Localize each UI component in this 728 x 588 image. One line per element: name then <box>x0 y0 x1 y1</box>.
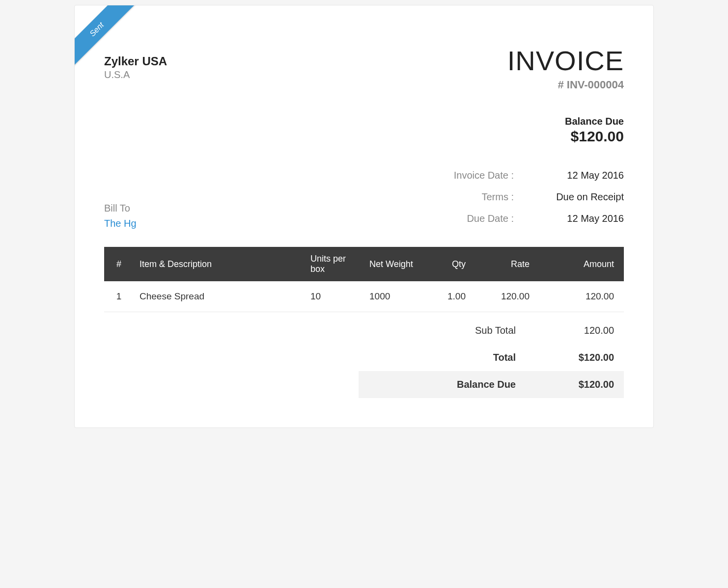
col-amount: Amount <box>535 247 624 281</box>
invoice-card: Sent Zylker USA U.S.A INVOICE # INV-0000… <box>74 5 654 428</box>
col-rate: Rate <box>472 247 535 281</box>
header-row: Zylker USA U.S.A INVOICE # INV-000004 Ba… <box>104 45 624 145</box>
table-row: 1 Cheese Spread 10 1000 1.00 120.00 120.… <box>104 281 624 312</box>
balance-label: Balance Due <box>368 379 545 390</box>
items-header-row: # Item & Description Units per box Net W… <box>104 247 624 281</box>
cell-item: Cheese Spread <box>134 281 305 312</box>
total-value: $120.00 <box>545 352 614 363</box>
balance-due-amount: $120.00 <box>507 128 624 145</box>
company-country: U.S.A <box>104 69 167 80</box>
balance-due-label: Balance Due <box>507 116 624 127</box>
col-qty: Qty <box>422 247 472 281</box>
subtotal-label: Sub Total <box>368 325 545 336</box>
company-name: Zylker USA <box>104 54 167 68</box>
invoice-number: # INV-000004 <box>507 79 624 91</box>
meta-value: 12 May 2016 <box>526 170 624 181</box>
balance-due-row: Balance Due $120.00 <box>359 371 624 398</box>
meta-value: 12 May 2016 <box>526 213 624 224</box>
meta-value: Due on Receipt <box>526 191 624 203</box>
totals-block: Sub Total 120.00 Total $120.00 Balance D… <box>359 317 624 398</box>
col-item: Item & Description <box>134 247 305 281</box>
mid-row: Bill To The Hg Invoice Date : 12 May 201… <box>104 164 624 229</box>
meta-row-invoice-date: Invoice Date : 12 May 2016 <box>427 164 624 186</box>
invoice-title: INVOICE <box>507 45 624 77</box>
cell-units: 10 <box>305 281 364 312</box>
cell-net: 1000 <box>364 281 422 312</box>
subtotal-row: Sub Total 120.00 <box>359 317 624 344</box>
total-label: Total <box>368 352 545 363</box>
invoice-block: INVOICE # INV-000004 Balance Due $120.00 <box>507 45 624 145</box>
cell-qty: 1.00 <box>422 281 472 312</box>
col-net: Net Weight <box>364 247 422 281</box>
meta-label: Due Date : <box>427 213 526 224</box>
cell-rate: 120.00 <box>472 281 535 312</box>
meta-row-terms: Terms : Due on Receipt <box>427 186 624 208</box>
meta-label: Terms : <box>427 191 526 203</box>
col-num: # <box>104 247 134 281</box>
bill-to-label: Bill To <box>104 203 137 214</box>
items-table: # Item & Description Units per box Net W… <box>104 247 624 312</box>
meta-table: Invoice Date : 12 May 2016 Terms : Due o… <box>427 164 624 229</box>
company-block: Zylker USA U.S.A <box>104 45 167 80</box>
col-units: Units per box <box>305 247 364 281</box>
cell-amount: 120.00 <box>535 281 624 312</box>
bill-to-name[interactable]: The Hg <box>104 218 137 229</box>
cell-num: 1 <box>104 281 134 312</box>
balance-value: $120.00 <box>545 379 614 390</box>
meta-row-due-date: Due Date : 12 May 2016 <box>427 208 624 229</box>
meta-label: Invoice Date : <box>427 170 526 181</box>
total-row: Total $120.00 <box>359 344 624 371</box>
bill-to-block: Bill To The Hg <box>104 203 137 229</box>
subtotal-value: 120.00 <box>545 325 614 336</box>
